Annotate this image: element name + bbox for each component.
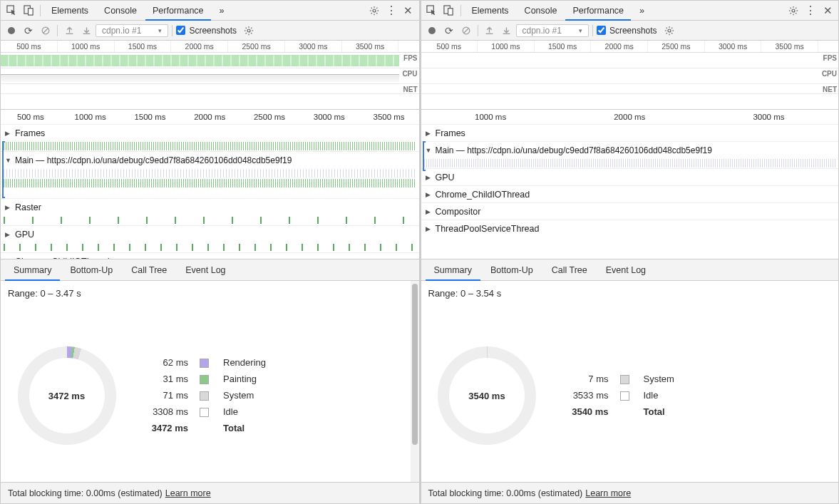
overview-fps-row: FPS [1, 53, 419, 68]
summary-footer: Total blocking time: 0.00ms (estimated) … [1, 482, 419, 503]
tab-console[interactable]: Console [97, 1, 144, 21]
perf-toolbar: ⟳ cdpn.io #1 ▾ Screenshots [1, 21, 419, 41]
learn-more-link[interactable]: Learn more [585, 488, 631, 498]
tab-elements[interactable]: Elements [465, 1, 516, 21]
record-button[interactable] [4, 23, 19, 38]
overview-fps-row: FPS [421, 53, 839, 68]
track-frames[interactable]: ▶Frames [1, 124, 419, 141]
summary-range: Range: 0 – 3.54 s [421, 281, 839, 299]
track-threadpool[interactable]: ▶ThreadPoolServiceThread [421, 220, 839, 237]
recording-url: cdpn.io #1 [523, 26, 562, 36]
close-icon[interactable]: ✕ [820, 3, 835, 19]
svg-line-38 [463, 28, 468, 33]
svg-line-36 [796, 7, 796, 8]
legend-total: 3540 msTotal [565, 403, 680, 420]
tab-console[interactable]: Console [518, 1, 565, 21]
scrollbar[interactable] [411, 281, 419, 482]
svg-line-46 [666, 27, 666, 28]
kebab-icon[interactable]: ⋮ [384, 3, 399, 19]
capture-settings-gear-icon[interactable] [241, 23, 257, 38]
tab-call-tree[interactable]: Call Tree [123, 259, 175, 281]
svg-line-13 [43, 28, 48, 33]
tab-more[interactable]: » [632, 1, 652, 21]
svg-line-24 [251, 27, 252, 28]
clear-icon[interactable] [38, 23, 53, 38]
learn-more-link[interactable]: Learn more [165, 488, 211, 498]
track-frames[interactable]: ▶Frames [421, 124, 839, 141]
close-icon[interactable]: ✕ [401, 3, 416, 19]
svg-line-10 [371, 13, 371, 14]
svg-line-48 [666, 33, 666, 34]
summary-pane: Range: 0 – 3.47 s 3472 ms 62 msRendering… [1, 281, 419, 482]
summary-tabstrip: Summary Bottom-Up Call Tree Event Log [1, 259, 419, 281]
tab-event-log[interactable]: Event Log [177, 259, 234, 281]
clear-icon[interactable] [458, 23, 474, 38]
track-main[interactable]: ▼Main — https://cdpn.io/una/debug/c9edd7… [1, 151, 419, 168]
kebab-icon[interactable]: ⋮ [803, 3, 818, 19]
donut-total: 3540 ms [468, 390, 505, 401]
screenshots-label: Screenshots [189, 26, 237, 36]
recording-url: cdpn.io #1 [102, 26, 141, 36]
screenshots-checkbox[interactable] [176, 26, 185, 35]
track-raster[interactable]: ▶Raster [1, 198, 419, 215]
inspect-icon[interactable] [4, 3, 19, 19]
tab-call-tree[interactable]: Call Tree [543, 259, 596, 281]
flame-chart[interactable]: 1000 ms 2000 ms 3000 ms ▶Frames ▼Main — … [421, 110, 839, 259]
track-ruler[interactable]: 500 ms 1000 ms 1500 ms 2000 ms 2500 ms 3… [1, 110, 419, 124]
track-gpu[interactable]: ▶GPU [1, 225, 419, 242]
gear-icon[interactable] [366, 3, 382, 19]
overview-net-row: NET [1, 84, 419, 94]
track-childio[interactable]: ▶Chrome_ChildIOThread [1, 252, 419, 259]
tab-event-log[interactable]: Event Log [597, 259, 654, 281]
recording-selector[interactable]: cdpn.io #1 ▾ [516, 24, 589, 37]
reload-icon[interactable]: ⟳ [21, 23, 36, 38]
summary-donut: 3540 ms [436, 344, 539, 447]
flame-chart[interactable]: 500 ms 1000 ms 1500 ms 2000 ms 2500 ms 3… [1, 110, 419, 259]
upload-icon[interactable] [61, 23, 77, 38]
tab-strip: Elements Console Performance » ⋮ ✕ [1, 1, 419, 21]
gear-icon[interactable] [786, 3, 801, 19]
tab-bottom-up[interactable]: Bottom-Up [61, 259, 121, 281]
svg-line-21 [246, 27, 247, 28]
record-button[interactable] [424, 23, 440, 38]
legend-row: 71 msSystem [144, 387, 272, 403]
track-gpu[interactable]: ▶GPU [421, 168, 839, 185]
track-main[interactable]: ▼Main — https://cdpn.io/una/debug/c9edd7… [421, 141, 839, 158]
tab-elements[interactable]: Elements [44, 1, 96, 21]
device-toggle-icon[interactable] [441, 3, 457, 19]
download-icon[interactable] [499, 23, 515, 38]
screenshots-checkbox[interactable] [597, 26, 606, 35]
tab-summary[interactable]: Summary [426, 259, 480, 281]
chevron-down-icon: ▾ [579, 27, 582, 34]
track-compositor[interactable]: ▶Compositor [421, 202, 839, 220]
tab-summary[interactable]: Summary [5, 259, 60, 281]
recording-selector[interactable]: cdpn.io #1 ▾ [96, 24, 168, 37]
blocking-time: Total blocking time: 0.00ms (estimated) [8, 488, 163, 498]
devtools-left-panel: Elements Console Performance » ⋮ ✕ ⟳ cdp… [0, 0, 420, 504]
blocking-time: Total blocking time: 0.00ms (estimated) [428, 488, 583, 498]
download-icon[interactable] [78, 23, 94, 38]
inspect-icon[interactable] [424, 3, 440, 19]
upload-icon[interactable] [482, 23, 498, 38]
tab-performance[interactable]: Performance [565, 1, 631, 21]
capture-settings-gear-icon[interactable] [662, 23, 677, 38]
reload-icon[interactable]: ⟳ [441, 23, 457, 38]
track-ruler[interactable]: 1000 ms 2000 ms 3000 ms [421, 110, 839, 124]
overview-ruler[interactable]: 500 ms 1000 ms 1500 ms 2000 ms 2500 ms 3… [421, 41, 839, 53]
device-toggle-icon[interactable] [21, 3, 36, 19]
tab-more[interactable]: » [212, 1, 232, 21]
overview-pane[interactable]: FPS CPU NET [1, 53, 419, 110]
svg-line-11 [376, 7, 377, 8]
tab-bottom-up[interactable]: Bottom-Up [482, 259, 542, 281]
svg-line-33 [791, 7, 791, 8]
overview-pane[interactable]: FPS CPU NET [421, 53, 839, 110]
screenshots-label: Screenshots [609, 26, 657, 36]
track-childio[interactable]: ▶Chrome_ChildIOThread [421, 185, 839, 202]
overview-ruler[interactable]: 500 ms 1000 ms 1500 ms 2000 ms 2500 ms 3… [1, 41, 419, 53]
perf-toolbar: ⟳ cdpn.io #1 ▾ Screenshots [421, 21, 839, 41]
donut-total: 3472 ms [48, 390, 85, 401]
svg-line-35 [791, 13, 791, 14]
legend-row: 3533 msIdle [565, 387, 680, 403]
svg-line-49 [671, 27, 672, 28]
tab-performance[interactable]: Performance [145, 1, 211, 21]
